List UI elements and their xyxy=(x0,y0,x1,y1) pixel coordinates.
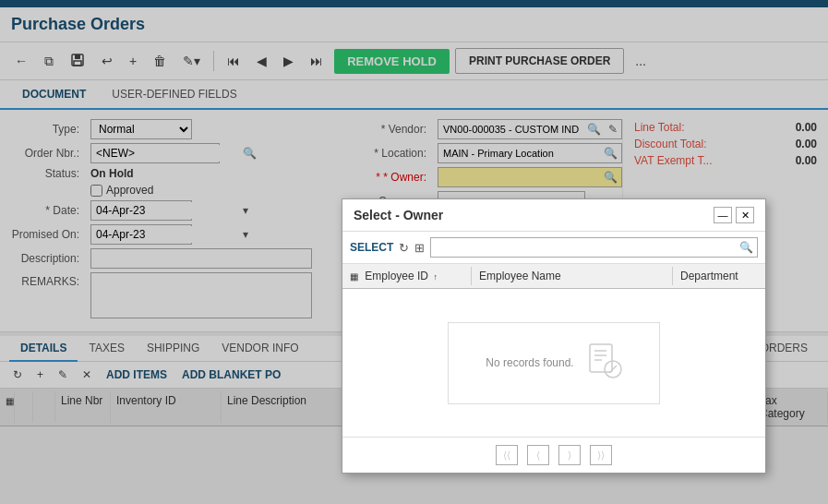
select-owner-modal: Select - Owner — ✕ SELECT ↻ ⊞ 🔍 ▦ Employ… xyxy=(342,198,766,426)
svg-rect-3 xyxy=(590,344,612,372)
modal-column-button[interactable]: ⊞ xyxy=(414,241,425,255)
no-records-text: No records found. xyxy=(486,356,573,369)
modal-minimize-button[interactable]: — xyxy=(714,207,732,223)
modal-header: Select - Owner — ✕ xyxy=(342,199,765,232)
no-records-icon xyxy=(585,342,622,385)
modal-body: No records found. xyxy=(342,289,765,426)
modal-refresh-button[interactable]: ↻ xyxy=(399,241,409,255)
svg-line-8 xyxy=(609,366,617,373)
modal-search-box: 🔍 xyxy=(430,237,758,258)
modal-controls: — ✕ xyxy=(714,207,754,223)
modal-col-employee-id: ▦ Employee ID ↑ xyxy=(342,267,472,285)
sort-asc-icon: ↑ xyxy=(433,272,438,282)
modal-title: Select - Owner xyxy=(354,208,443,222)
modal-col-department: Department xyxy=(673,267,765,285)
modal-grid-header: ▦ Employee ID ↑ Employee Name Department xyxy=(342,264,765,289)
no-records-container: No records found. xyxy=(448,322,659,404)
modal-close-button[interactable]: ✕ xyxy=(736,207,754,223)
modal-search-icon: 🔍 xyxy=(736,241,757,254)
modal-col-employee-name: Employee Name xyxy=(472,267,673,285)
modal-select-button[interactable]: SELECT xyxy=(350,241,393,254)
modal-toolbar: SELECT ↻ ⊞ 🔍 xyxy=(342,232,765,264)
grid-row-icon: ▦ xyxy=(350,271,358,282)
modal-search-input[interactable] xyxy=(431,239,736,256)
